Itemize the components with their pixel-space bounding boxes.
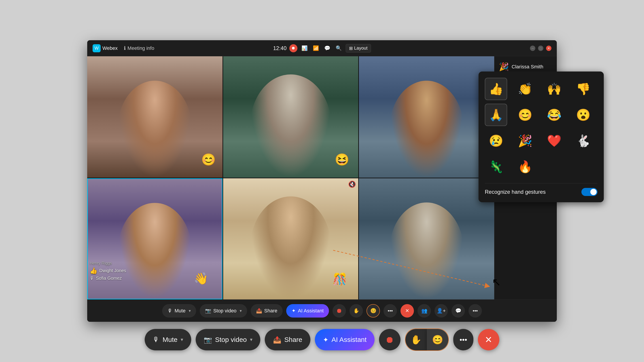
hand-gesture-toggle[interactable] xyxy=(582,188,598,196)
emoji-rabbit[interactable]: 🐇 xyxy=(572,130,594,152)
float-end-button[interactable]: ✕ xyxy=(478,329,499,350)
emoji-thumbsup[interactable]: 👍 xyxy=(485,78,507,100)
bottom-toolbar: 🎙 Mute ▾ 📷 Stop video ▾ 📤 Share ✦ AI Ass… xyxy=(87,300,557,322)
emoji-panel-footer: Recognize hand gestures xyxy=(485,183,598,196)
float-share-icon: 📤 xyxy=(273,336,281,344)
add-participant-button[interactable]: 👤+ xyxy=(434,304,448,318)
henry-label: Henry Riggs xyxy=(90,261,112,266)
float-stop-video-button[interactable]: 📷 Stop video ▾ xyxy=(196,329,260,350)
emoji-smile[interactable]: 😊 xyxy=(514,104,536,126)
layout-button[interactable]: ⊞ Layout xyxy=(346,44,371,52)
video-overlay-6 xyxy=(359,178,494,300)
video-overlay-3 xyxy=(359,56,494,178)
float-more-button[interactable]: ••• xyxy=(453,329,474,350)
ai-assistant-button[interactable]: ✦ AI Assistant xyxy=(286,304,329,318)
sofia-label: Sofia Gomez xyxy=(96,276,122,281)
reaction-name-1: Clarissa Smith xyxy=(512,64,544,70)
emoji-pray[interactable]: 🙏 xyxy=(485,104,507,126)
float-ai-button[interactable]: ✦ AI Assistant xyxy=(315,329,375,350)
ai-icon: ✦ xyxy=(292,308,296,314)
video-grid: 😊 😆 xyxy=(87,56,494,300)
hand-icon: ✋ xyxy=(353,308,359,314)
emoji-party[interactable]: 🎉 xyxy=(514,130,536,152)
recognize-label: Recognize hand gestures xyxy=(485,189,546,195)
float-hand-button[interactable]: ✋ xyxy=(406,329,427,350)
emoji-grid: 👍 👏 🙌 👎 🙏 😊 😂 😮 😢 🎉 ❤️ 🐇 🦎 🔥 xyxy=(485,78,598,178)
stop-video-button[interactable]: 📷 Stop video ▾ xyxy=(200,304,247,318)
float-mute-button[interactable]: 🎙 Mute ▾ xyxy=(145,329,191,350)
webex-logo: W Webex xyxy=(92,44,118,52)
float-share-label: Share xyxy=(284,336,302,344)
float-share-button[interactable]: 📤 Share xyxy=(265,329,310,350)
webex-icon: W xyxy=(92,44,100,52)
float-stop-video-label: Stop video xyxy=(215,336,247,344)
record-button[interactable]: ⏺ xyxy=(332,304,346,318)
mic-icon: 🎙 xyxy=(168,308,172,314)
reaction-sofia: 🎙 Sofia Gomez xyxy=(90,276,126,281)
emoji-reaction-1: 😊 xyxy=(201,153,216,166)
emoji-surprised[interactable]: 😮 xyxy=(572,104,594,126)
end-call-button[interactable]: ✕ xyxy=(400,304,414,318)
float-hand-icon: ✋ xyxy=(410,335,422,345)
video-cell-6[interactable] xyxy=(359,178,494,300)
camera-icon: 📷 xyxy=(205,308,211,314)
maximize-button[interactable]: □ xyxy=(538,45,544,51)
float-mic-icon: 🎙 xyxy=(153,336,160,344)
share-label: Share xyxy=(264,308,278,314)
status-icon-btn[interactable]: 📶 xyxy=(312,44,320,52)
mute-icon-5: 🔇 xyxy=(348,181,356,188)
float-emoji-button[interactable]: 😊 xyxy=(427,329,448,350)
float-video-chevron: ▾ xyxy=(250,337,252,343)
search-icon-btn[interactable]: 🔍 xyxy=(334,44,343,52)
float-mute-chevron: ▾ xyxy=(181,337,183,343)
share-button[interactable]: 📤 Share xyxy=(251,304,283,318)
video-cell-1[interactable]: 😊 xyxy=(87,56,222,178)
emoji-clap[interactable]: 👏 xyxy=(514,78,536,100)
more-icon: ••• xyxy=(388,308,393,314)
chat-button[interactable]: 💬 xyxy=(452,304,465,318)
float-ai-icon: ✦ xyxy=(323,336,328,344)
video-cell-5[interactable]: 🔇 🎊 xyxy=(223,178,358,300)
time-display: 12:40 xyxy=(273,45,286,51)
mute-button[interactable]: 🎙 Mute ▾ xyxy=(162,304,196,318)
mic-icon: 🎙 xyxy=(90,276,94,281)
float-record-button[interactable]: ⏺ xyxy=(379,329,400,350)
emoji-raise-hands[interactable]: 🙌 xyxy=(543,78,565,100)
emoji-heart[interactable]: ❤️ xyxy=(543,130,565,152)
float-reaction-combo: ✋ 😊 xyxy=(405,329,449,351)
floating-toolbar: 🎙 Mute ▾ 📷 Stop video ▾ 📤 Share ✦ AI Ass… xyxy=(145,329,499,351)
video-cell-3[interactable] xyxy=(359,56,494,178)
add-person-icon: 👤+ xyxy=(437,308,446,314)
video-cell-2[interactable]: 😆 xyxy=(223,56,358,178)
window-controls: ─ □ ✕ xyxy=(530,45,552,51)
title-bar: W Webex ℹ Meeting info 12:40 ⏺ 📊 📶 💬 🔍 ⊞… xyxy=(87,40,557,56)
more-options-icon: ••• xyxy=(473,308,478,314)
recording-indicator[interactable]: ⏺ xyxy=(289,44,298,52)
video-cell-4[interactable]: Henry Riggs 👍 Dwight Jones 🎙 Sofia Gomez… xyxy=(87,178,222,300)
more-button[interactable]: ••• xyxy=(384,304,397,318)
ai-label: AI Assistant xyxy=(298,308,324,314)
emoji-thumbsdown[interactable]: 👎 xyxy=(572,78,594,100)
float-mute-label: Mute xyxy=(162,336,178,344)
float-emoji-icon: 😊 xyxy=(432,335,443,345)
emoji-lizard[interactable]: 🦎 xyxy=(485,156,507,178)
title-bar-center: 12:40 ⏺ 📊 📶 💬 🔍 ⊞ Layout xyxy=(273,44,371,52)
end-icon: ✕ xyxy=(405,308,409,314)
participants-button[interactable]: 👥 xyxy=(418,304,431,318)
dwight-label: Dwight Jones xyxy=(99,268,126,273)
emoji-reaction-button[interactable]: 😊 xyxy=(366,304,380,318)
close-button[interactable]: ✕ xyxy=(546,45,552,51)
float-ai-label: AI Assistant xyxy=(332,336,367,344)
emoji-sad[interactable]: 😢 xyxy=(485,130,507,152)
minimize-button[interactable]: ─ xyxy=(530,45,535,51)
hand-raise-button[interactable]: ✋ xyxy=(350,304,363,318)
share-icon-btn[interactable]: 📊 xyxy=(300,44,309,52)
meeting-info-button[interactable]: ℹ Meeting info xyxy=(121,44,157,52)
emoji-panel: 👍 👏 🙌 👎 🙏 😊 😂 😮 😢 🎉 ❤️ 🐇 🦎 🔥 Recognize h… xyxy=(478,71,604,202)
more-options-button[interactable]: ••• xyxy=(468,304,482,318)
stop-video-label: Stop video xyxy=(213,308,236,314)
reactions-overlay: Henry Riggs 👍 Dwight Jones 🎙 Sofia Gomez xyxy=(90,261,126,281)
chat-icon-btn[interactable]: 💬 xyxy=(323,44,332,52)
emoji-laugh[interactable]: 😂 xyxy=(543,104,565,126)
emoji-fire[interactable]: 🔥 xyxy=(514,156,536,178)
